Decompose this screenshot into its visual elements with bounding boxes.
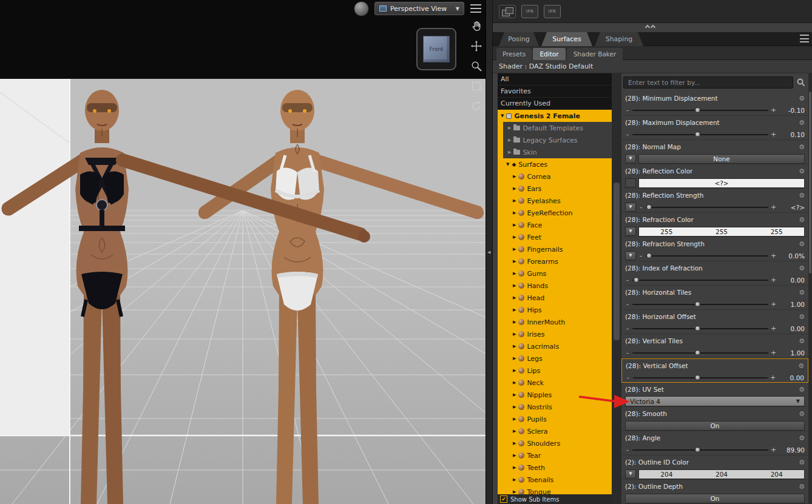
slider-thumb[interactable] (634, 277, 639, 283)
collapse-arrow-icon[interactable]: ▶ (513, 307, 516, 312)
subtab-presets[interactable]: Presets (496, 48, 532, 60)
color-swatch-bar[interactable]: <?> (638, 178, 805, 188)
collapse-arrow-icon[interactable]: ▶ (508, 126, 511, 130)
slider-thumb[interactable] (695, 301, 700, 307)
tree-item-favorites[interactable]: Favorites (498, 86, 612, 98)
render-preview-icon[interactable] (499, 5, 516, 18)
filter-input[interactable] (623, 76, 793, 89)
color-swatch-bar[interactable]: 255255255 (638, 227, 805, 237)
collapse-arrow-icon[interactable]: ▶ (508, 150, 511, 155)
collapse-arrow-icon[interactable]: ▶ (513, 441, 516, 446)
collapse-arrow-icon[interactable]: ▶ (513, 210, 516, 215)
splitter-collapse-icon[interactable]: ◀ (487, 250, 490, 255)
slider-increment-button[interactable]: + (770, 374, 775, 381)
slider-decrement-button[interactable]: - (625, 106, 630, 114)
tree-item-feet[interactable]: ▶Feet (498, 231, 612, 243)
slider-thumb[interactable] (695, 326, 700, 331)
collapse-arrow-icon[interactable]: ▶ (513, 465, 516, 470)
tree-item-eyelashes[interactable]: ▶Eyelashes (498, 195, 612, 207)
show-sub-items-checkbox[interactable]: ✔ (500, 496, 507, 503)
slider-track[interactable] (632, 304, 768, 305)
aux-viewport-sphere-icon[interactable] (354, 1, 369, 16)
subtab-shader-baker[interactable]: Shader Baker (567, 48, 623, 60)
tree-item-pupils[interactable]: ▶Pupils (498, 413, 612, 425)
tree-item-cornea[interactable]: ▶Cornea (498, 170, 612, 183)
viewport-3d[interactable]: Perspective View ▼ Front (0, 0, 486, 504)
zoom-tool-icon[interactable] (469, 58, 484, 74)
slider-track[interactable] (632, 280, 768, 281)
tree-item-irises[interactable]: ▶Irises (498, 328, 612, 340)
collapse-arrow-icon[interactable]: ▶ (513, 174, 516, 179)
expand-arrow-icon[interactable]: ▼ (506, 162, 509, 167)
tree-item-fingernails[interactable]: ▶Fingernails (498, 243, 612, 255)
slider-track[interactable] (632, 328, 768, 329)
map-value-button[interactable]: None (638, 154, 805, 164)
slider-thumb[interactable] (695, 375, 700, 380)
slider-increment-button[interactable]: + (771, 324, 776, 332)
collapse-arrow-icon[interactable]: ▶ (513, 223, 516, 227)
pan-hand-icon[interactable] (469, 18, 484, 34)
tree-item-surfaces[interactable]: ▼◆Surfaces (498, 158, 612, 170)
viewport-menu-icon[interactable] (470, 4, 481, 13)
gear-icon[interactable]: ⚙ (799, 144, 805, 150)
collapse-arrow-icon[interactable]: ▶ (513, 344, 516, 349)
tab-shaping[interactable]: Shaping (595, 32, 643, 46)
slider-decrement-button[interactable]: - (625, 324, 630, 332)
map-menu-icon[interactable]: ▼ (625, 227, 636, 236)
collapse-arrow-icon[interactable]: ▶ (513, 392, 516, 397)
collapse-arrow-icon[interactable]: ▶ (513, 477, 516, 482)
collapse-chevron-icon[interactable] (646, 25, 655, 29)
subtab-editor[interactable]: Editor (533, 48, 566, 60)
properties-scrollbar-thumb[interactable] (809, 92, 811, 274)
slider-decrement-button[interactable]: - (625, 349, 630, 357)
ipr-button[interactable]: IPR (521, 5, 538, 18)
slider-increment-button[interactable]: + (771, 349, 776, 357)
slider-track[interactable] (646, 255, 768, 257)
slider-thumb[interactable] (646, 253, 652, 258)
slider-decrement-button[interactable]: - (638, 252, 643, 260)
gear-icon[interactable]: ⚙ (798, 363, 804, 369)
slider-increment-button[interactable]: + (771, 300, 776, 308)
view-navigation-cube[interactable]: Front (416, 28, 456, 70)
slider-increment-button[interactable]: + (771, 252, 776, 260)
gear-icon[interactable]: ⚙ (799, 459, 805, 466)
slider-decrement-button[interactable]: - (626, 374, 631, 381)
gear-icon[interactable]: ⚙ (799, 217, 805, 223)
tree-item-nipples[interactable]: ▶Nipples (498, 389, 612, 401)
gear-icon[interactable]: ⚙ (799, 241, 805, 247)
pane-splitter[interactable]: ◀ (486, 0, 493, 504)
slider-thumb[interactable] (695, 107, 700, 113)
tree-item-ears[interactable]: ▶Ears (498, 183, 612, 195)
tree-item-default-templates[interactable]: ▶Default Templates (498, 122, 612, 134)
move-tool-icon[interactable] (469, 38, 484, 54)
collapse-arrow-icon[interactable]: ▶ (513, 198, 516, 203)
toggle-button[interactable]: On (625, 494, 805, 503)
tree-item-legacy-surfaces[interactable]: ▶Legacy Surfaces (498, 134, 612, 146)
tree-item-eyereflection[interactable]: ▶EyeReflection (498, 207, 612, 219)
view-selector[interactable]: Perspective View ▼ (374, 2, 464, 15)
collapse-arrow-icon[interactable]: ▶ (508, 138, 511, 143)
search-icon[interactable] (796, 77, 807, 88)
slider-thumb[interactable] (646, 204, 652, 210)
tree-item-sclera[interactable]: ▶Sclera (498, 425, 612, 437)
collapse-arrow-icon[interactable]: ▶ (513, 489, 516, 494)
cube-front-face[interactable]: Front (423, 36, 450, 62)
map-menu-icon[interactable]: ▼ (625, 251, 636, 260)
slider-track[interactable] (632, 110, 768, 111)
tree-item-head[interactable]: ▶Head (498, 292, 612, 304)
slider-decrement-button[interactable]: - (625, 446, 630, 454)
slider-increment-button[interactable]: + (771, 130, 776, 138)
collapse-arrow-icon[interactable]: ▶ (513, 332, 516, 337)
gear-icon[interactable]: ⚙ (799, 192, 805, 199)
tree-item-tongue[interactable]: ▶Tongue (498, 486, 612, 494)
tree-scrollbar-thumb[interactable] (614, 183, 620, 340)
gear-icon[interactable]: ⚙ (799, 95, 805, 102)
color-map-slot[interactable] (625, 178, 636, 187)
slider-increment-button[interactable]: + (771, 203, 776, 211)
expand-arrow-icon[interactable]: ▼ (501, 113, 504, 118)
tree-item-nostrils[interactable]: ▶Nostrils (498, 401, 612, 413)
collapse-arrow-icon[interactable]: ▶ (513, 453, 516, 458)
gear-icon[interactable]: ⚙ (799, 338, 805, 344)
gear-icon[interactable]: ⚙ (799, 265, 805, 272)
collapse-arrow-icon[interactable]: ▶ (513, 417, 516, 422)
